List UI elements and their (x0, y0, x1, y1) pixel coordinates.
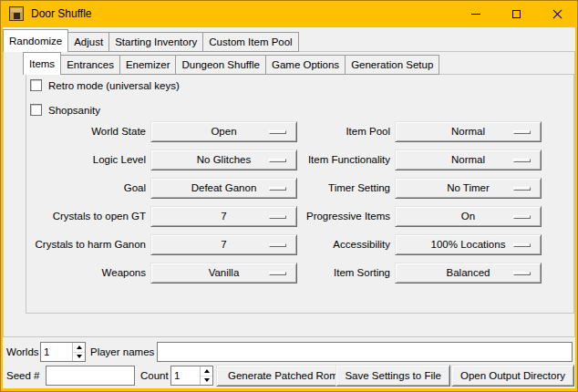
up-arrow-icon (204, 369, 210, 373)
timer-setting-label: Timer Setting (249, 178, 390, 199)
minimize-icon (471, 14, 480, 15)
shopsanity-label: Shopsanity (48, 105, 100, 116)
title-bar: Door Shuffle (0, 0, 578, 27)
up-arrow-icon (77, 346, 82, 349)
save-settings-button[interactable]: Save Settings to File (335, 365, 449, 387)
seed-input[interactable] (46, 366, 135, 386)
item-pool-label: Item Pool (249, 121, 390, 142)
window-title: Door Shuffle (31, 7, 92, 20)
accessibility-label: Accessibility (249, 234, 390, 255)
sub-tab-bar: Items Entrances Enemizer Dungeon Shuffle… (23, 52, 439, 75)
weapons-value: Vanilla (209, 267, 240, 278)
progressive-items-label: Progressive Items (249, 206, 390, 227)
tab-generation-setup[interactable]: Generation Setup (345, 55, 439, 75)
item-functionality-value: Normal (451, 154, 485, 165)
tab-game-options[interactable]: Game Options (265, 55, 346, 75)
item-pool-value: Normal (451, 126, 485, 137)
dropdown-indicator-icon (513, 215, 531, 219)
weapons-label: Weapons (10, 263, 146, 284)
tab-adjust[interactable]: Adjust (67, 32, 109, 52)
shopsanity-checkbox[interactable] (30, 104, 42, 116)
progressive-items-dropdown[interactable]: On (395, 206, 542, 227)
generate-patched-rom-button[interactable]: Generate Patched Rom (216, 365, 350, 387)
count-spin-down-button[interactable] (201, 376, 212, 386)
maximize-button[interactable] (496, 0, 537, 27)
count-input[interactable] (171, 366, 200, 385)
tab-custom-item-pool[interactable]: Custom Item Pool (202, 32, 298, 52)
tab-enemizer[interactable]: Enemizer (119, 55, 177, 75)
seed-label: Seed # (6, 366, 39, 386)
window-body: Randomize Adjust Starting Inventory Cust… (3, 27, 575, 388)
logic-level-label: Logic Level (10, 150, 146, 170)
dropdown-indicator-icon (513, 272, 531, 275)
dropdown-indicator-icon (513, 243, 531, 247)
accessibility-dropdown[interactable]: 100% Locations (395, 234, 542, 255)
worlds-input[interactable] (41, 343, 72, 361)
down-arrow-icon (204, 378, 210, 382)
worlds-label: Worlds (6, 342, 39, 362)
tab-items[interactable]: Items (23, 52, 61, 75)
close-button[interactable] (537, 0, 578, 27)
maximize-icon (512, 10, 521, 18)
app-window: Door Shuffle Randomize Adjust Starting I… (0, 0, 578, 392)
timer-setting-dropdown[interactable]: No Timer (395, 178, 542, 199)
bottom-right-buttons: Save Settings to File Open Output Direct… (335, 365, 574, 387)
count-label: Count (140, 366, 169, 386)
item-functionality-label: Item Functionality (249, 150, 390, 170)
player-names-input[interactable] (157, 342, 573, 362)
item-sorting-dropdown[interactable]: Balanced (395, 263, 542, 284)
main-tab-bar: Randomize Adjust Starting Inventory Cust… (3, 29, 299, 52)
dropdown-indicator-icon (513, 130, 531, 134)
down-arrow-icon (77, 355, 82, 358)
timer-setting-value: No Timer (447, 182, 490, 193)
worlds-spin-up-button[interactable] (73, 343, 85, 352)
tab-randomize[interactable]: Randomize (3, 29, 68, 52)
world-state-value: Open (211, 126, 236, 137)
worlds-spin-buttons (72, 343, 85, 361)
count-spin-up-button[interactable] (201, 366, 212, 376)
app-icon (9, 6, 24, 21)
item-pool-dropdown[interactable]: Normal (395, 121, 542, 142)
item-sorting-value: Balanced (447, 267, 490, 278)
minimize-button[interactable] (455, 0, 496, 27)
worlds-spinbox[interactable] (40, 342, 86, 362)
crystals-open-gt-value: 7 (221, 211, 226, 222)
shopsanity-checkbox-row[interactable]: Shopsanity (30, 103, 100, 117)
worlds-spin-down-button[interactable] (73, 352, 85, 362)
retro-mode-label: Retro mode (universal keys) (48, 80, 180, 91)
item-sorting-label: Item Sorting (249, 263, 390, 284)
accessibility-value: 100% Locations (431, 239, 506, 250)
logic-level-value: No Glitches (197, 154, 251, 165)
goal-label: Goal (10, 178, 146, 199)
count-spin-buttons (200, 366, 212, 385)
tab-starting-inventory[interactable]: Starting Inventory (108, 32, 203, 52)
retro-mode-checkbox[interactable] (30, 79, 42, 91)
crystals-open-gt-label: Crystals to open GT (10, 206, 146, 227)
open-output-directory-button[interactable]: Open Output Directory (451, 365, 574, 387)
close-icon (552, 9, 563, 19)
crystals-harm-ganon-value: 7 (221, 239, 226, 250)
count-spinbox[interactable] (170, 366, 213, 386)
crystals-harm-ganon-label: Crystals to harm Ganon (10, 234, 146, 255)
dropdown-indicator-icon (513, 187, 531, 191)
goal-value: Defeat Ganon (191, 182, 257, 193)
world-state-label: World State (10, 121, 146, 142)
dropdown-indicator-icon (513, 159, 531, 162)
retro-mode-checkbox-row[interactable]: Retro mode (universal keys) (30, 78, 180, 92)
tab-entrances[interactable]: Entrances (60, 55, 120, 75)
item-functionality-dropdown[interactable]: Normal (395, 150, 542, 170)
progressive-items-value: On (461, 211, 475, 222)
caption-buttons (455, 0, 578, 27)
tab-dungeon-shuffle[interactable]: Dungeon Shuffle (175, 55, 265, 75)
player-names-label: Player names (90, 342, 154, 362)
